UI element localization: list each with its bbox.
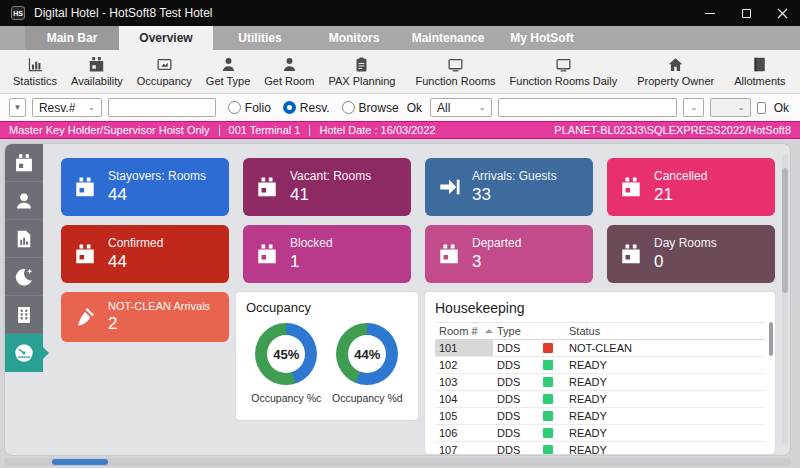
chevron-down-icon: ▼: [13, 104, 21, 112]
ok-button-left[interactable]: Ok: [405, 101, 424, 115]
type-cell: DDS: [493, 340, 539, 356]
stat-card-cancelled[interactable]: Cancelled21: [607, 158, 775, 216]
sidebar-item-guests[interactable]: [5, 182, 43, 220]
radio-resv-group[interactable]: Resv.: [283, 101, 330, 115]
maximize-button[interactable]: [728, 0, 764, 26]
card-label: Cancelled: [654, 169, 707, 183]
table-row[interactable]: 104 DDS READY: [435, 391, 765, 408]
get-room-button[interactable]: Get Room: [257, 50, 321, 93]
card-label: Departed: [472, 236, 521, 250]
stat-card-departed[interactable]: Departed3: [425, 225, 593, 283]
stat-card-arrivals[interactable]: Arrivals: Guests33: [425, 158, 593, 216]
status-cell: READY: [565, 357, 765, 373]
horizontal-scrollbar-track[interactable]: [4, 458, 791, 466]
minimize-button[interactable]: [692, 0, 728, 26]
function-rooms-daily-button[interactable]: Function Rooms Daily: [503, 50, 625, 93]
chevron-down-icon: ⌄: [690, 104, 697, 112]
room-cell[interactable]: 104: [435, 391, 493, 407]
tab-main-bar[interactable]: Main Bar: [25, 26, 119, 50]
search-field-selector[interactable]: Resv.# ⌄: [32, 98, 102, 117]
stat-card-confirmed[interactable]: Confirmed44: [61, 225, 229, 283]
book-icon: [751, 56, 768, 73]
column-room[interactable]: Room #: [435, 323, 493, 339]
room-cell[interactable]: 107: [435, 442, 493, 454]
stat-card-not-clean-arrivals[interactable]: NOT-CLEAN Arrivals2: [61, 292, 229, 342]
column-color[interactable]: [539, 323, 565, 339]
category-selector[interactable]: All ⌄: [430, 98, 492, 117]
stat-card-day-rooms[interactable]: Day Rooms0: [607, 225, 775, 283]
availability-button[interactable]: Availability: [64, 50, 130, 93]
disabled-selector[interactable]: ⌄: [710, 98, 751, 117]
building-icon: [14, 305, 34, 325]
person-icon: [220, 56, 237, 73]
pax-planning-button[interactable]: PAX Planning: [321, 50, 402, 93]
table-row[interactable]: 103 DDS READY: [435, 374, 765, 391]
tool-label: Function Rooms Daily: [510, 75, 618, 87]
status-swatch: [543, 394, 553, 404]
room-cell[interactable]: 105: [435, 408, 493, 424]
table-row[interactable]: 107 DDS READY: [435, 442, 765, 454]
stat-card-stayovers[interactable]: Stayovers: Rooms44: [61, 158, 229, 216]
card-value: 33: [472, 185, 557, 205]
mini-dropdown[interactable]: ⌄: [683, 98, 704, 117]
dropdown-toggle-button[interactable]: ▼: [9, 98, 26, 117]
tool-label: Function Rooms: [415, 75, 495, 87]
statistics-button[interactable]: Statistics: [6, 50, 64, 93]
status-cell: READY: [565, 425, 765, 441]
radio-browse-group[interactable]: Browse: [342, 101, 399, 115]
housekeeping-card: Housekeeping Room # Type Status 101 DDS …: [425, 292, 775, 454]
room-cell[interactable]: 102: [435, 357, 493, 373]
filter-checkbox[interactable]: [757, 102, 765, 114]
property-owner-button[interactable]: Property Owner: [630, 50, 721, 93]
hotsoft-help-button[interactable]: ? HotSoft Help: [793, 50, 800, 93]
clipboard-icon: [353, 56, 370, 73]
tab-maintenance[interactable]: Maintenance: [401, 26, 495, 50]
stat-card-vacant[interactable]: Vacant: Rooms41: [243, 158, 411, 216]
table-row[interactable]: 106 DDS READY: [435, 425, 765, 442]
tab-my-hotsoft[interactable]: My HotSoft: [495, 26, 589, 50]
tab-overview[interactable]: Overview: [119, 26, 213, 50]
ok-button-right[interactable]: Ok: [772, 101, 791, 115]
sidebar-item-rooms[interactable]: [5, 296, 43, 334]
calendar-icon: [438, 243, 460, 265]
table-row[interactable]: 105 DDS READY: [435, 408, 765, 425]
donut-caption: Occupancy %d: [332, 392, 403, 404]
room-cell[interactable]: 106: [435, 425, 493, 441]
allotments-button[interactable]: Allotments: [727, 50, 792, 93]
card-label: Stayovers: Rooms: [108, 169, 206, 183]
close-button[interactable]: [764, 0, 800, 26]
status-cell: READY: [565, 442, 765, 454]
occupancy-button[interactable]: Occupancy: [130, 50, 199, 93]
bar-chart-icon: [27, 56, 44, 73]
resv-radio[interactable]: [283, 101, 296, 114]
donut-caption: Occupancy %c: [251, 392, 321, 404]
folio-radio[interactable]: [228, 101, 241, 114]
tab-utilities[interactable]: Utilities: [213, 26, 307, 50]
tab-monitors[interactable]: Monitors: [307, 26, 401, 50]
radio-folio-group[interactable]: Folio: [228, 101, 271, 115]
table-scrollbar-thumb[interactable]: [769, 322, 773, 356]
column-type[interactable]: Type: [493, 323, 539, 339]
table-row[interactable]: 101 DDS NOT-CLEAN: [435, 340, 765, 357]
card-label: Day Rooms: [654, 236, 717, 250]
vertical-scrollbar-thumb[interactable]: [782, 168, 788, 293]
stat-card-blocked[interactable]: Blocked1: [243, 225, 411, 283]
sidebar-item-dashboard[interactable]: [5, 334, 43, 372]
function-rooms-button[interactable]: Function Rooms: [408, 50, 502, 93]
donut-occupancy-c: 45% Occupancy %c: [251, 323, 321, 404]
sidebar-item-calendar[interactable]: [5, 144, 43, 182]
room-cell[interactable]: 103: [435, 374, 493, 390]
secondary-search-input[interactable]: [498, 98, 677, 117]
status-cell: READY: [565, 408, 765, 424]
title-bar: HS Digital Hotel - HotSoft8 Test Hotel: [0, 0, 800, 26]
get-type-button[interactable]: Get Type: [199, 50, 257, 93]
browse-radio[interactable]: [342, 101, 355, 114]
sidebar-item-reports[interactable]: [5, 220, 43, 258]
card-value: 3: [472, 252, 521, 272]
room-cell[interactable]: 101: [435, 340, 493, 356]
search-input[interactable]: [108, 98, 216, 117]
horizontal-scrollbar-thumb[interactable]: [52, 459, 108, 465]
column-status[interactable]: Status: [565, 323, 765, 339]
sidebar-item-night-audit[interactable]: [5, 258, 43, 296]
table-row[interactable]: 102 DDS READY: [435, 357, 765, 374]
